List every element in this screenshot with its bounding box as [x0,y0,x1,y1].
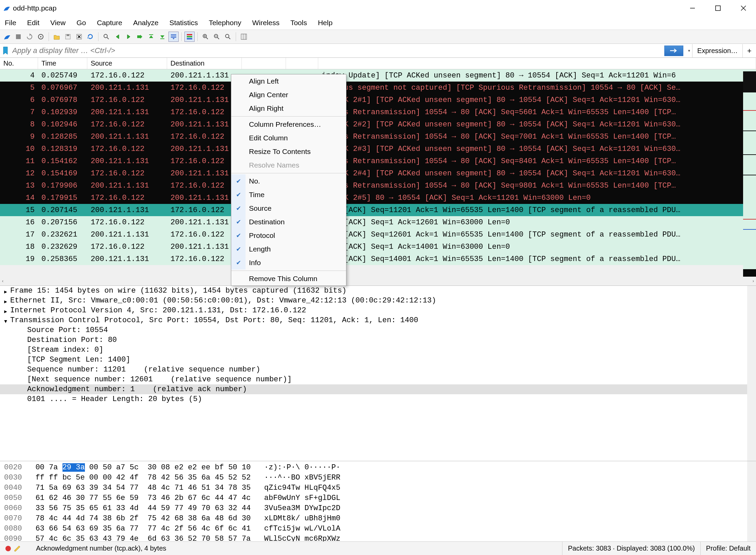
packet-row[interactable]: 70.102939200.121.1.131172.16.0.122urious… [0,106,743,118]
packet-row[interactable]: 60.076978172.16.0.122200.121.1.131up ACK… [0,94,743,106]
detail-line[interactable]: ▾Transmission Control Protocol, Src Port… [0,315,747,325]
colorize-icon[interactable] [184,32,195,42]
ctx-toggle-time[interactable]: ✔Time [231,188,346,202]
ctx-align-left[interactable]: Align Left [231,74,346,88]
stop-capture-icon[interactable] [13,32,23,42]
save-file-icon[interactable] [63,32,73,42]
menu-capture[interactable]: Capture [97,19,122,27]
ctx-toggle-protocol[interactable]: ✔Protocol [231,229,346,242]
close-button[interactable] [731,0,756,16]
ctx-toggle-destination[interactable]: ✔Destination [231,215,346,229]
menu-tools[interactable]: Tools [290,19,307,27]
packet-row[interactable]: 80.102946172.16.0.122200.121.1.131up ACK… [0,118,743,131]
col-header-length[interactable] [286,58,318,69]
ctx-align-center[interactable]: Align Center [231,88,346,102]
menu-telephony[interactable]: Telephony [209,19,241,27]
packet-row[interactable]: 50.076967200.121.1.131172.16.0.122reviou… [0,82,743,94]
go-to-packet-icon[interactable] [135,32,145,42]
filter-dropdown-icon[interactable]: ▾ [686,48,692,53]
detail-line[interactable]: ▸Ethernet II, Src: Vmware_c0:00:01 (00:5… [0,296,747,306]
zoom-reset-icon[interactable] [223,32,233,42]
packet-row[interactable]: 130.179906200.121.1.131172.16.0.122uriou… [0,179,743,192]
zoom-out-icon[interactable] [212,32,222,42]
detail-line[interactable]: Source Port: 10554 [0,325,747,335]
hex-line[interactable]: 0030 ff ff bc 5e 00 00 42 4f 78 42 56 35… [4,473,743,483]
packet-row[interactable]: 190.258365200.121.1.131172.16.0.122→ 80 … [0,253,743,265]
go-back-icon[interactable] [112,32,123,42]
col-header-info[interactable] [318,58,756,69]
detail-line[interactable]: Sequence number: 11201 (relative sequenc… [0,365,747,375]
menu-go[interactable]: Go [76,19,86,27]
apply-filter-button[interactable] [664,46,683,56]
reload-file-icon[interactable] [85,32,95,42]
minimize-button[interactable] [680,0,705,16]
menu-wireless[interactable]: Wireless [252,19,280,27]
capture-options-icon[interactable] [36,32,46,42]
expert-info-icon[interactable] [5,546,11,551]
menu-view[interactable]: View [50,19,66,27]
go-first-icon[interactable] [146,32,156,42]
hex-line[interactable]: 0070 78 4c 44 4d 74 38 6b 2f 75 42 68 38… [4,514,743,524]
ctx-edit-column[interactable]: Edit Column [231,131,346,145]
tree-caret-icon[interactable]: ▾ [3,317,8,326]
ctx-toggle-info[interactable]: ✔Info [231,256,346,270]
hex-line[interactable]: 0040 71 5a 69 63 39 34 54 77 48 4c 71 46… [4,483,743,493]
hex-line[interactable]: 0050 61 62 46 30 77 55 6e 59 73 46 2b 67… [4,493,743,503]
hex-line[interactable]: 0060 33 56 75 35 65 61 33 4d 44 59 77 49… [4,503,743,514]
ctx-align-right[interactable]: Align Right [231,102,346,115]
hex-scrollbar[interactable] [747,461,756,541]
packet-row[interactable]: 140.179915172.16.0.122200.121.1.131up AC… [0,192,743,204]
col-header-destination[interactable]: Destination [167,58,242,69]
resize-columns-icon[interactable] [239,32,249,42]
edit-capture-comment-icon[interactable] [14,545,21,552]
ctx-toggle-source[interactable]: ✔Source [231,202,346,215]
start-capture-icon[interactable] [2,32,12,42]
menu-edit[interactable]: Edit [27,19,39,27]
tree-caret-icon[interactable]: ▸ [3,287,8,296]
col-header-protocol[interactable] [242,58,286,69]
detail-line[interactable]: ▸Internet Protocol Version 4, Src: 200.1… [0,306,747,315]
col-header-source[interactable]: Source [87,58,167,69]
detail-line[interactable]: [Stream index: 0] [0,345,747,355]
hex-line[interactable]: 0080 63 66 54 63 69 35 6a 77 77 4c 2f 56… [4,524,743,534]
details-scrollbar[interactable] [747,286,756,461]
display-filter-input[interactable] [11,44,662,57]
packet-row[interactable]: 100.128319172.16.0.122200.121.1.131up AC… [0,143,743,155]
col-header-time[interactable]: Time [38,58,87,69]
col-header-no[interactable]: No. [0,58,38,69]
ctx-remove-column[interactable]: Remove This Column [231,272,346,285]
detail-line[interactable]: ▸Frame 15: 1454 bytes on wire (11632 bit… [0,286,747,296]
detail-line[interactable]: Destination Port: 80 [0,335,747,345]
close-file-icon[interactable] [74,32,84,42]
go-last-icon[interactable] [157,32,167,42]
menu-statistics[interactable]: Statistics [169,19,198,27]
packet-row[interactable]: 170.232621200.121.1.131172.16.0.122→ 80 … [0,228,743,241]
expression-button[interactable]: Expression… [692,44,742,57]
menu-file[interactable]: File [5,19,16,27]
packet-rows[interactable]: 40.025749172.16.0.122200.121.1.131indow … [0,69,743,277]
packet-row[interactable]: 110.154162200.121.1.131172.16.0.122uriou… [0,155,743,167]
detail-line[interactable]: Acknowledgment number: 1 (relative ack n… [0,384,747,394]
bookmark-icon[interactable] [2,46,9,55]
menu-help[interactable]: Help [318,19,332,27]
open-file-icon[interactable] [52,32,62,42]
restart-capture-icon[interactable] [24,32,35,42]
packet-minimap[interactable] [743,69,756,277]
packet-row[interactable]: 40.025749172.16.0.122200.121.1.131indow … [0,69,743,82]
add-filter-button[interactable]: + [742,44,756,57]
zoom-in-icon[interactable] [200,32,211,42]
details-rows[interactable]: ▸Frame 15: 1454 bytes on wire (11632 bit… [0,286,747,461]
find-packet-icon[interactable] [101,32,111,42]
ctx-toggle-no[interactable]: ✔No. [231,174,346,188]
detail-line[interactable]: 0101 .... = Header Length: 20 bytes (5) [0,394,747,404]
hex-line[interactable]: 0090 57 4c 6c 35 63 43 79 4e 6d 63 36 52… [4,534,743,541]
packet-row[interactable]: 180.232629172.16.0.122200.121.1.1310554 … [0,241,743,253]
ctx-resize-to-contents[interactable]: Resize To Contents [231,145,346,158]
maximize-button[interactable] [705,0,731,16]
packet-row[interactable]: 90.128285200.121.1.131172.16.0.122urious… [0,131,743,143]
packet-row[interactable]: 150.207145200.121.1.131172.16.0.122→ 80 … [0,204,743,216]
packet-row[interactable]: 120.154169172.16.0.122200.121.1.131up AC… [0,167,743,179]
menu-analyze[interactable]: Analyze [133,19,159,27]
ctx-column-preferences[interactable]: Column Preferences… [231,118,346,131]
detail-line[interactable]: [TCP Segment Len: 1400] [0,355,747,365]
